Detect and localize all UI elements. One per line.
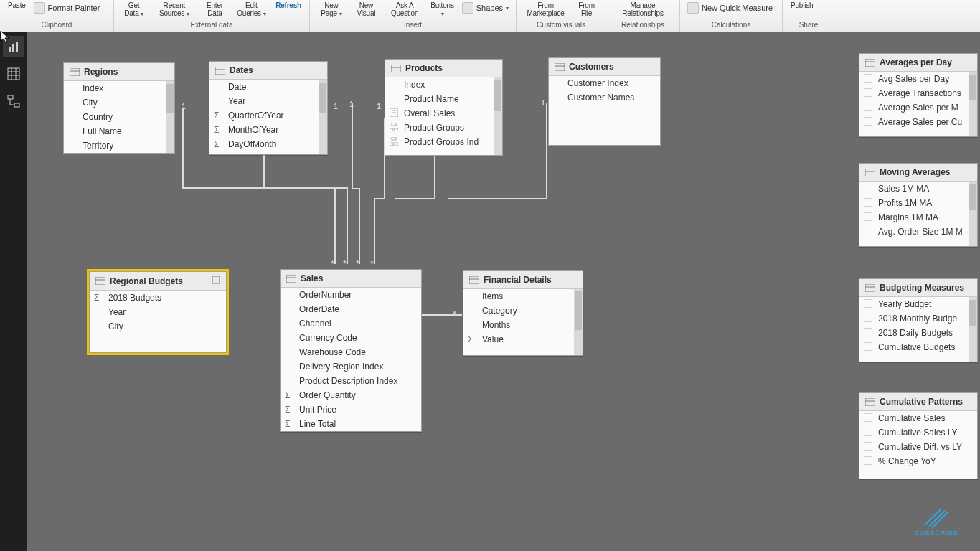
manage-relationships-button[interactable]: Manage Relationships <box>611 1 675 17</box>
data-view-button[interactable] <box>3 63 24 85</box>
enter-data-button[interactable]: Enter Data <box>199 1 231 17</box>
field-row[interactable]: Index <box>385 77 502 92</box>
table-regional-budgets[interactable]: Regional Budgets Σ2018 Budgets Year City <box>89 271 227 353</box>
scrollbar[interactable] <box>319 80 327 154</box>
model-canvas[interactable]: 1 * 1 * 1 * 1 * 1 * Regions Index City C… <box>27 32 980 551</box>
field-row[interactable]: ΣDayOfMonth <box>209 137 327 151</box>
table-moving-averages[interactable]: Moving Averages Sales 1M MA Profits 1M M… <box>859 163 978 247</box>
relationship-icon <box>7 95 20 108</box>
field-row[interactable]: ΣQuarterOfYear <box>209 108 327 123</box>
field-row[interactable]: Product Description Index <box>281 374 421 388</box>
field-row[interactable]: Date <box>209 80 327 94</box>
field-row[interactable]: Full Name <box>64 124 174 138</box>
field-row[interactable]: Year <box>90 305 226 319</box>
field-row[interactable]: City <box>64 95 174 110</box>
field-row[interactable]: OrderNumber <box>281 288 421 302</box>
table-averages-per-day[interactable]: Averages per Day Avg Sales per Day Avera… <box>859 53 978 137</box>
scrollbar[interactable] <box>494 77 502 155</box>
field-row[interactable]: ΣLine Total <box>281 417 421 431</box>
table-customers[interactable]: Customers Customer Index Customer Names <box>548 57 661 146</box>
field-row[interactable]: Product Groups <box>385 121 502 135</box>
field-row[interactable]: Country <box>64 110 174 124</box>
expand-icon[interactable] <box>212 276 220 286</box>
field-row[interactable]: Average Sales per Cu <box>859 115 977 129</box>
shapes-button[interactable]: Shapes▾ <box>459 1 512 14</box>
field-row[interactable]: 2018 Monthly Budge <box>859 311 977 326</box>
svg-rect-0 <box>9 47 11 52</box>
from-marketplace-button[interactable]: From Marketplace <box>521 1 570 17</box>
table-dates[interactable]: Dates Date Year ΣQuarterOfYear ΣMonthOfY… <box>209 61 328 155</box>
scrollbar[interactable] <box>166 81 174 153</box>
buttons-button[interactable]: Buttons ▾ <box>427 1 458 17</box>
field-row[interactable]: Months <box>463 318 583 332</box>
table-sales[interactable]: Sales OrderNumber OrderDate Channel Curr… <box>280 269 422 432</box>
field-row[interactable]: ΣUnit Price <box>281 402 421 417</box>
sigma-icon: Σ <box>468 334 478 344</box>
table-products[interactable]: Products Index Product Name Overall Sale… <box>385 59 503 156</box>
field-row[interactable]: Channel <box>281 316 421 331</box>
refresh-button[interactable]: Refresh <box>272 1 305 9</box>
field-row[interactable]: City <box>90 319 226 334</box>
recent-sources-button[interactable]: Recent Sources ▾ <box>151 1 197 17</box>
field-row[interactable]: Profits 1M MA <box>859 196 977 210</box>
field-row[interactable]: Overall Sales <box>385 106 502 121</box>
table-regions[interactable]: Regions Index City Country Full Name Ter… <box>63 62 175 154</box>
chevron-down-icon: ▾ <box>339 11 342 17</box>
field-row[interactable]: % Change YoY <box>859 454 977 468</box>
model-view-button[interactable] <box>3 90 24 112</box>
edit-queries-button[interactable]: Edit Queries ▾ <box>232 1 270 17</box>
from-file-button[interactable]: From File <box>572 1 601 17</box>
field-row[interactable]: Average Transactions <box>859 86 977 100</box>
field-row[interactable]: Product Name <box>385 92 502 106</box>
field-row[interactable]: Customer Names <box>549 90 660 105</box>
publish-button[interactable]: Publish <box>787 1 816 9</box>
field-row[interactable]: ΣMonthOfYear <box>209 123 327 137</box>
field-row[interactable]: Index <box>64 81 174 95</box>
get-data-button[interactable]: Get Data ▾ <box>118 1 149 17</box>
field-row[interactable]: Currency Code <box>281 331 421 345</box>
table-cumulative-patterns[interactable]: Cumulative Patterns Cumulative Sales Cum… <box>859 392 978 479</box>
field-row[interactable]: Year <box>209 94 327 108</box>
field-row[interactable]: Warehouse Code <box>281 345 421 359</box>
new-page-button[interactable]: New Page ▾ <box>314 1 349 17</box>
scrollbar[interactable] <box>969 297 977 362</box>
table-financial-details[interactable]: Financial Details Items Category Months … <box>463 270 583 356</box>
field-row[interactable]: Customer Index <box>549 76 660 90</box>
field-row[interactable]: Items <box>463 289 583 303</box>
field-row[interactable]: Cumulative Diff. vs LY <box>859 440 977 454</box>
table-title: Regional Budgets <box>110 276 183 286</box>
field-row[interactable]: Product Groups Ind <box>385 135 502 149</box>
field-row[interactable]: Σ2018 Budgets <box>90 291 226 305</box>
field-row[interactable]: Cumulative Sales <box>859 411 977 425</box>
field-row[interactable]: Avg. Order Size 1M M <box>859 225 977 239</box>
field-row[interactable]: Margins 1M MA <box>859 210 977 225</box>
field-row[interactable]: Cumulative Budgets <box>859 340 977 354</box>
scrollbar[interactable] <box>969 72 977 136</box>
field-row[interactable]: Average Sales per M <box>859 100 977 115</box>
new-visual-button[interactable]: New Visual <box>350 1 382 17</box>
scrollbar[interactable] <box>574 289 583 355</box>
field-row[interactable]: Category <box>463 303 583 318</box>
paste-button[interactable]: Paste <box>4 1 29 9</box>
field-row[interactable]: Cumulative Sales LY <box>859 425 977 440</box>
svg-rect-45 <box>864 198 872 207</box>
new-quick-measure-button[interactable]: New Quick Measure <box>684 1 776 14</box>
format-painter-icon <box>34 2 45 14</box>
field-row[interactable]: Delivery Region Index <box>281 359 421 374</box>
ask-question-button[interactable]: Ask A Question <box>384 1 425 17</box>
sigma-icon: Σ <box>214 125 224 135</box>
field-row[interactable]: ΣOrder Quantity <box>281 388 421 402</box>
field-row[interactable]: Yearly Budget <box>859 297 977 311</box>
field-row[interactable]: OrderDate <box>281 302 421 316</box>
field-row[interactable]: ΣValue <box>463 332 583 347</box>
field-row[interactable]: 2018 Daily Budgets <box>859 326 977 340</box>
table-budgeting-measures[interactable]: Budgeting Measures Yearly Budget 2018 Mo… <box>859 278 978 362</box>
field-row[interactable]: Territory <box>64 138 174 153</box>
scrollbar[interactable] <box>969 182 977 246</box>
group-label-insert: Insert <box>314 20 512 32</box>
sigma-icon: Σ <box>285 390 295 400</box>
svg-rect-47 <box>864 227 872 235</box>
field-row[interactable]: Avg Sales per Day <box>859 72 977 86</box>
format-painter-button[interactable]: Format Painter <box>31 1 103 14</box>
field-row[interactable]: Sales 1M MA <box>859 182 977 196</box>
